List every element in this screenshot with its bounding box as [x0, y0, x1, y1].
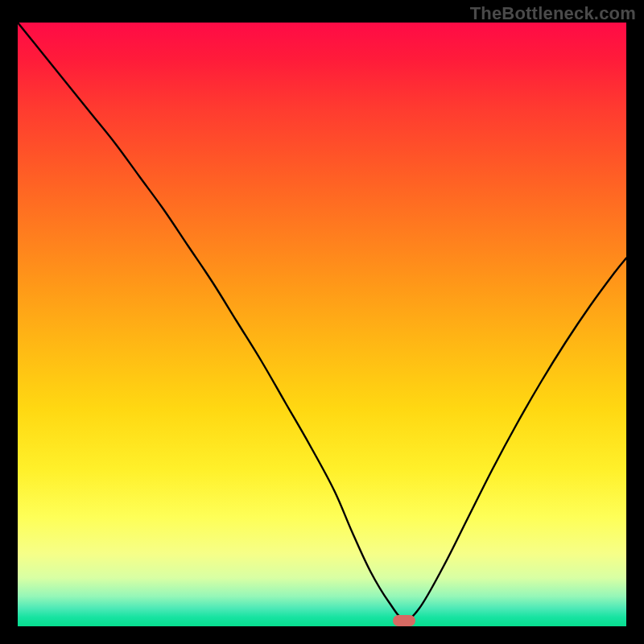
optimum-marker: [393, 615, 415, 626]
chart-frame: TheBottleneck.com: [0, 0, 644, 644]
bottleneck-curve: [18, 23, 626, 626]
watermark-text: TheBottleneck.com: [470, 3, 636, 24]
plot-area: [18, 23, 626, 626]
